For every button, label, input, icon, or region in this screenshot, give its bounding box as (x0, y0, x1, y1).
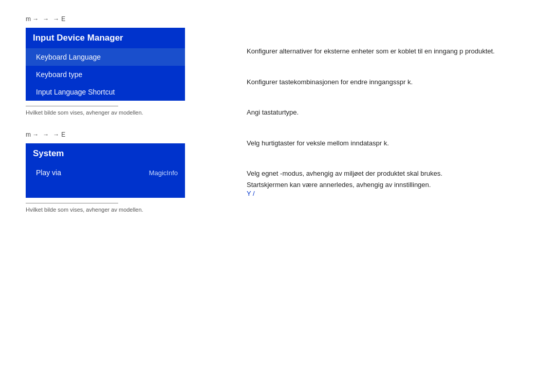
desc-text-2: Konfigurer tastekombinasjonen for endre … (247, 77, 534, 87)
right-panel: Konfigurer alternativer for eksterne enh… (195, 0, 555, 392)
breadcrumb2-item-1: m → (26, 131, 39, 138)
breadcrumb-2: m → → → E (26, 131, 185, 138)
note-1: Hvilket bilde som vises, avhenger av mod… (26, 109, 185, 116)
breadcrumb2-item-4: E (61, 131, 65, 138)
breadcrumb2-item-3: → (53, 131, 59, 138)
breadcrumb2-item-2: → (43, 131, 49, 138)
breadcrumb-item-4: E (61, 15, 65, 23)
menu-item-keyboard-type[interactable]: Keyboard type (26, 66, 185, 83)
input-device-manager-title: Input Device Manager (26, 28, 185, 48)
desc-text-6: Startskjermen kan være annerledes, avhen… (247, 181, 534, 189)
desc-text-1: Konfigurer alternativer for eksterne enh… (247, 46, 534, 57)
desc-section-1: Konfigurer alternativer for eksterne enh… (247, 46, 534, 57)
desc-text-7: Y / (247, 190, 534, 197)
play-via-label: Play via (36, 169, 61, 177)
page-wrapper: m → → → E Input Device Manager Keyboard … (0, 0, 555, 392)
menu-item-play-via[interactable]: Play via MagicInfo (26, 164, 185, 181)
menu-item-input-language-shortcut[interactable]: Input Language Shortcut (26, 83, 185, 101)
divider-1 (26, 106, 118, 106)
play-via-value: MagicInfo (149, 169, 178, 177)
note-2: Hvilket bilde som vises, avhenger av mod… (26, 207, 185, 213)
divider-2 (26, 203, 118, 203)
breadcrumb-1: m → → → E (26, 15, 185, 23)
breadcrumb-item-2: → (43, 15, 49, 23)
breadcrumb-item-1: m → (26, 15, 39, 23)
desc-section-5: Velg egnet -modus, avhengig av miljøet d… (247, 169, 534, 197)
desc-section-4: Velg hurtigtaster for veksle mellom innd… (247, 138, 534, 148)
menu-item-keyboard-language[interactable]: Keyboard Language (26, 48, 185, 66)
desc-text-4: Velg hurtigtaster for veksle mellom innd… (247, 138, 534, 148)
breadcrumb-item-3: → (53, 15, 59, 23)
system-block: m → → → E System Play via MagicInfo Hvil… (26, 131, 185, 213)
system-title: System (26, 143, 185, 164)
desc-text-3: Angi tastaturtype. (247, 107, 534, 118)
empty-row (26, 181, 185, 198)
desc-section-2: Konfigurer tastekombinasjonen for endre … (247, 77, 534, 87)
desc-section-3: Angi tastaturtype. (247, 107, 534, 118)
left-panel: m → → → E Input Device Manager Keyboard … (0, 0, 195, 392)
desc-text-5: Velg egnet -modus, avhengig av miljøet d… (247, 169, 534, 179)
input-device-manager-block: m → → → E Input Device Manager Keyboard … (26, 15, 185, 116)
